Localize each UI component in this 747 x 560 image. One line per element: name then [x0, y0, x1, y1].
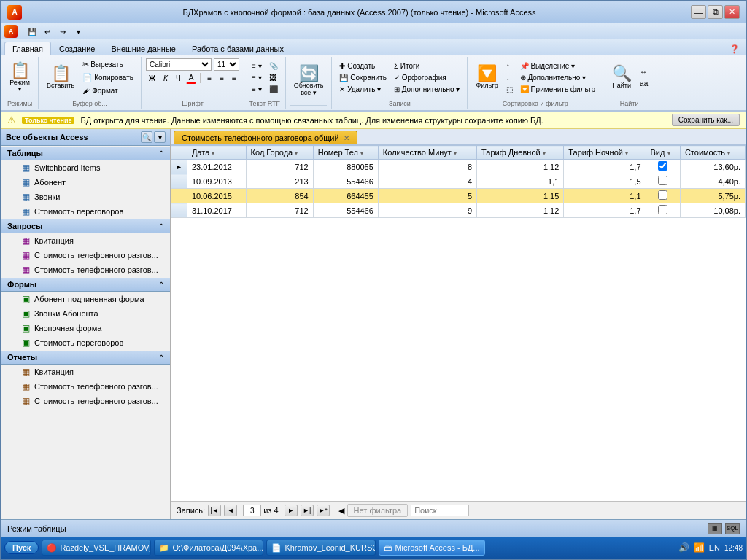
- format-button[interactable]: 🖌 Формат: [80, 85, 136, 96]
- totals-btn[interactable]: Σ Итоги: [391, 61, 463, 71]
- goto-btn[interactable]: ↔: [637, 66, 651, 77]
- taskbar-item-khramov[interactable]: 📄 Khramov_Leonid_KURSO...: [266, 540, 376, 556]
- align-left-btn[interactable]: ≡: [204, 73, 214, 84]
- row-vid-1[interactable]: [646, 174, 680, 189]
- vid-checkbox-2[interactable]: [658, 190, 667, 200]
- table-item-stoimost[interactable]: ▦ Стоимость переговоров: [1, 204, 170, 219]
- font-name-select[interactable]: Calibri: [146, 58, 212, 71]
- row-vid-0[interactable]: [646, 160, 680, 174]
- report-item-stoimost2[interactable]: ▦ Стоимость телефонного разгов...: [1, 394, 170, 408]
- query-item-kvitanciya[interactable]: ▦ Квитанция: [1, 233, 170, 248]
- filter-button[interactable]: 🔽 Фильтр: [472, 63, 501, 91]
- col-vid[interactable]: Вид ▾: [646, 146, 680, 160]
- nav-menu-btn[interactable]: ▾: [154, 131, 166, 143]
- taskbar-item-razdely[interactable]: 🔴 Razdely_VSE_HRAMOV_...: [42, 540, 151, 556]
- table-row[interactable]: 10.09.2013 213 554466 4 1,1 1,5 4,40р.: [171, 174, 746, 189]
- form-item-zvonki-ab[interactable]: ▣ Звонки Абонента: [1, 306, 170, 321]
- restore-button[interactable]: ⧉: [708, 5, 723, 19]
- mode-button[interactable]: 📋 Режим ▾: [6, 61, 34, 95]
- tables-section-header[interactable]: Таблицы ⌃: [1, 147, 170, 160]
- tab-home[interactable]: Главная: [4, 42, 51, 55]
- table-item-abonent[interactable]: ▦ Абонент: [1, 175, 170, 190]
- vid-checkbox-0[interactable]: [658, 161, 667, 171]
- taskbar-item-filatova[interactable]: 📁 О:\Филатова\Д094\Хра...: [154, 540, 263, 556]
- sort-az-btn[interactable]: ↑: [503, 61, 516, 71]
- tab-external[interactable]: Внешние данные: [104, 42, 184, 55]
- col-date[interactable]: Дата ▾: [187, 146, 246, 160]
- office-button[interactable]: A: [4, 25, 18, 38]
- prev-record-btn[interactable]: ◄: [224, 505, 237, 516]
- rtf-btn2[interactable]: ≡ ▾: [249, 72, 265, 83]
- col-tarif-n[interactable]: Тариф Ночной ▾: [564, 146, 646, 160]
- forms-section-header[interactable]: Формы ⌃: [1, 278, 170, 292]
- italic-button[interactable]: К: [160, 73, 171, 84]
- rtf-btn4[interactable]: 📎: [266, 61, 281, 71]
- redo-btn[interactable]: ↪: [56, 25, 69, 38]
- last-record-btn[interactable]: ►|: [301, 505, 314, 516]
- help-icon[interactable]: ❓: [727, 43, 743, 55]
- apply-filter-btn[interactable]: 🔽 Применить фильтр: [517, 84, 598, 95]
- report-item-stoimost1[interactable]: ▦ Стоимость телефонного разгов...: [1, 379, 170, 394]
- vid-checkbox-1[interactable]: [658, 176, 667, 185]
- save-as-button[interactable]: Сохранить как...: [672, 114, 740, 126]
- copy-button[interactable]: 📄 Копировать: [80, 71, 136, 84]
- start-button[interactable]: Пуск: [4, 541, 39, 554]
- cut-button[interactable]: ✂ Вырезать: [80, 58, 136, 71]
- align-right-btn[interactable]: ≡: [229, 73, 239, 84]
- col-nomer[interactable]: Номер Тел ▾: [313, 146, 378, 160]
- qa-dropdown[interactable]: ▾: [71, 25, 85, 38]
- refresh-button[interactable]: 🔄 Обновитьвсе ▾: [290, 63, 328, 98]
- rtf-btn5[interactable]: 🖼: [266, 72, 281, 83]
- new-record-btn[interactable]: ►*: [317, 505, 330, 516]
- save-quick-btn[interactable]: 💾: [26, 25, 39, 38]
- table-item-zvonki[interactable]: ▦ Звонки: [1, 190, 170, 204]
- font-size-select[interactable]: 11: [214, 58, 239, 71]
- col-stoimost[interactable]: Стоимость ▾: [680, 146, 745, 160]
- selection-btn[interactable]: 📌 Выделение ▾: [517, 61, 598, 71]
- close-button[interactable]: ✕: [724, 5, 740, 19]
- more-btn[interactable]: ⊞ Дополнительно ▾: [391, 84, 463, 95]
- advanced-btn[interactable]: ⊕ Дополнительно ▾: [517, 72, 598, 83]
- minimize-button[interactable]: —: [691, 5, 706, 19]
- form-item-abonent-sub[interactable]: ▣ Абонент подчиненная форма: [1, 292, 170, 306]
- status-view-icon1[interactable]: ▦: [708, 523, 722, 534]
- table-item-switchboard[interactable]: ▦ Switchboard Items: [1, 160, 170, 175]
- data-tab-close-btn[interactable]: ✕: [344, 134, 349, 142]
- queries-section-header[interactable]: Запросы ⌃: [1, 219, 170, 233]
- table-row[interactable]: 10.06.2015 854 664455 5 1,15 1,1 5,75р.: [171, 189, 746, 203]
- reports-section-header[interactable]: Отчеты ⌃: [1, 351, 170, 365]
- form-item-knopochnaya[interactable]: ▣ Кнопочная форма: [1, 321, 170, 335]
- query-item-stoimost2[interactable]: ▦ Стоимость телефонного разгов...: [1, 262, 170, 277]
- next-record-btn[interactable]: ►: [285, 505, 298, 516]
- font-color-button[interactable]: А: [186, 72, 197, 84]
- table-container[interactable]: Дата ▾ Код Города ▾ Номер Тел ▾ Количест…: [171, 145, 746, 501]
- rtf-btn3[interactable]: ≡ ▾: [249, 84, 265, 95]
- rtf-btn6[interactable]: ⬛: [266, 84, 281, 95]
- taskbar-item-access[interactable]: 🗃 Microsoft Access - БД...: [379, 540, 484, 556]
- tab-create[interactable]: Создание: [51, 42, 104, 55]
- save-record-btn[interactable]: 💾 Сохранить: [336, 72, 389, 83]
- table-row[interactable]: ► 23.01.2012 712 880055 8 1,12 1,7 13,60…: [171, 160, 746, 174]
- underline-button[interactable]: Ч: [173, 73, 184, 84]
- select-btn[interactable]: аа: [637, 78, 651, 89]
- vid-checkbox-3[interactable]: [658, 205, 667, 214]
- remove-sort-btn[interactable]: ⬚: [503, 84, 516, 95]
- rtf-btn1[interactable]: ≡ ▾: [249, 61, 265, 71]
- undo-btn[interactable]: ↩: [41, 25, 54, 38]
- tab-database[interactable]: Работа с базами данных: [184, 42, 292, 55]
- align-center-btn[interactable]: ≡: [217, 73, 227, 84]
- status-view-icon2[interactable]: SQL: [725, 523, 740, 534]
- report-item-kvitanciya[interactable]: ▦ Квитанция: [1, 365, 170, 379]
- bold-button[interactable]: Ж: [146, 73, 158, 84]
- col-kod[interactable]: Код Города ▾: [246, 146, 313, 160]
- nav-search-btn[interactable]: 🔍: [141, 131, 152, 143]
- col-kol[interactable]: Количество Минут ▾: [378, 146, 476, 160]
- row-vid-2[interactable]: [646, 189, 680, 203]
- current-record-input[interactable]: [243, 505, 261, 516]
- delete-record-btn[interactable]: ✕ Удалить ▾: [336, 84, 389, 95]
- create-record-btn[interactable]: ✚ Создать: [336, 61, 389, 71]
- paste-button[interactable]: 📋 Вставить: [43, 63, 78, 91]
- query-item-stoimost1[interactable]: ▦ Стоимость телефонного разгов...: [1, 248, 170, 262]
- sort-za-btn[interactable]: ↓: [503, 72, 516, 83]
- table-row[interactable]: 31.10.2017 712 554466 9 1,12 1,7 10,08р.: [171, 203, 746, 218]
